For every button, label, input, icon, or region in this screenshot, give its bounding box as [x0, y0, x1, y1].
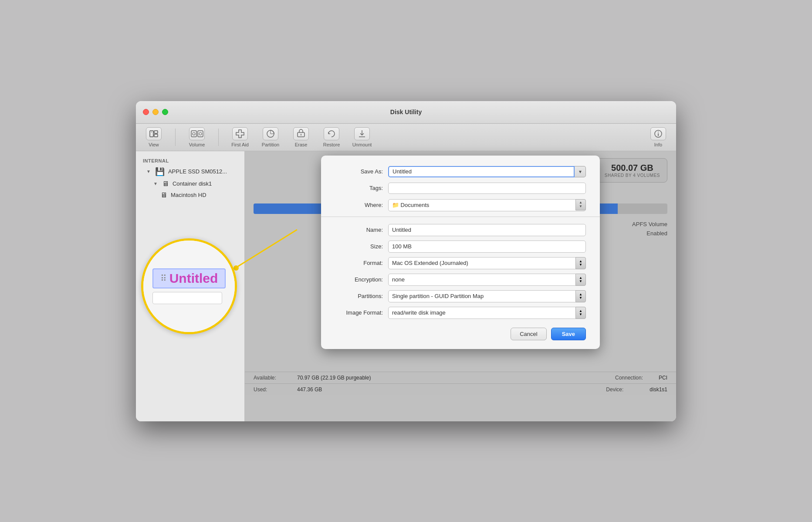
encryption-label: Encryption: — [335, 276, 383, 283]
svg-rect-5 — [198, 131, 203, 137]
main-window: Disk Utility View — [136, 101, 676, 421]
restore-button[interactable]: Restore — [321, 127, 342, 147]
hd-icon: 🖥 — [160, 191, 167, 199]
view-icon — [146, 127, 162, 140]
sidebar-item-macintosh-hd[interactable]: 🖥 Macintosh HD — [136, 190, 244, 201]
image-format-select-wrap: read/write disk image read-only disk ima… — [388, 307, 586, 319]
volume-label: Volume — [189, 142, 205, 147]
sidebar-item-container[interactable]: ▼ 🖥 Container disk1 — [136, 178, 244, 190]
name-row: Name: — [335, 224, 586, 236]
size-label: Size: — [335, 243, 383, 250]
svg-rect-1 — [154, 131, 158, 133]
container-icon: 🖥 — [162, 180, 169, 188]
name-input[interactable] — [388, 224, 586, 236]
traffic-lights — [143, 109, 168, 115]
partition-button[interactable]: Partition — [260, 127, 281, 147]
save-as-label: Save As: — [335, 168, 383, 175]
hd-label: Macintosh HD — [171, 192, 206, 198]
partitions-select[interactable]: Single partition - GUID Partition Map Si… — [388, 290, 586, 302]
tags-input[interactable] — [388, 183, 586, 194]
save-button[interactable]: Save — [551, 328, 586, 340]
where-select[interactable]: 📁 Documents Desktop Downloads — [388, 199, 586, 211]
info-label: Info — [654, 142, 662, 147]
size-row: Size: — [335, 241, 586, 253]
svg-point-4 — [193, 132, 195, 135]
encryption-select[interactable]: none 128-bit AES 256-bit AES — [388, 274, 586, 286]
format-label: Format: — [335, 260, 383, 266]
format-select-wrap: Mac OS Extended (Journaled) Mac OS Exten… — [388, 257, 586, 269]
annotation-container: ⠿ Untitled — [141, 238, 237, 334]
maximize-button[interactable] — [162, 109, 168, 115]
minimize-button[interactable] — [152, 109, 159, 115]
partition-icon — [263, 127, 278, 140]
save-dialog: Save As: ▾ Tags: Where: — [321, 156, 600, 349]
dialog-separator — [321, 217, 600, 217]
first-aid-label: First Aid — [231, 142, 249, 147]
svg-point-6 — [199, 132, 202, 135]
info-icon — [650, 127, 666, 140]
annotation-text: Untitled — [169, 271, 218, 286]
toolbar-separator-2 — [218, 129, 219, 146]
titlebar: Disk Utility — [136, 101, 676, 124]
main-content: Internal ▼ 💾 APPLE SSD SM0512... ▼ 🖥 Con… — [136, 151, 676, 421]
unmount-label: Unmount — [352, 142, 372, 147]
restore-label: Restore — [323, 142, 340, 147]
toolbar-separator-1 — [175, 129, 176, 146]
format-select[interactable]: Mac OS Extended (Journaled) Mac OS Exten… — [388, 257, 586, 269]
image-format-select[interactable]: read/write disk image read-only disk ima… — [388, 307, 586, 319]
image-format-row: Image Format: read/write disk image read… — [335, 307, 586, 319]
view-label: View — [149, 142, 159, 147]
dialog-buttons: Cancel Save — [335, 328, 586, 340]
unmount-icon — [354, 127, 370, 140]
name-label: Name: — [335, 227, 383, 233]
save-as-input-group: ▾ — [388, 166, 586, 177]
encryption-select-wrap: none 128-bit AES 256-bit AES ▲ ▼ — [388, 274, 586, 286]
save-as-input[interactable] — [388, 166, 575, 177]
info-button[interactable]: Info — [647, 127, 669, 147]
restore-icon — [324, 127, 339, 140]
where-label: Where: — [335, 202, 383, 208]
save-as-row: Save As: ▾ — [335, 166, 586, 177]
partition-label: Partition — [262, 142, 279, 147]
partitions-label: Partitions: — [335, 293, 383, 299]
sidebar-section-internal: Internal — [136, 156, 244, 165]
expand-triangle-container: ▼ — [153, 181, 158, 186]
svg-rect-3 — [191, 131, 196, 137]
partitions-select-wrap: Single partition - GUID Partition Map Si… — [388, 290, 586, 302]
format-row: Format: Mac OS Extended (Journaled) Mac … — [335, 257, 586, 269]
unmount-button[interactable]: Unmount — [351, 127, 373, 147]
first-aid-icon — [232, 127, 248, 140]
partitions-row: Partitions: Single partition - GUID Part… — [335, 290, 586, 302]
erase-button[interactable]: Erase — [290, 127, 312, 147]
toolbar: View Volume First Aid — [136, 124, 676, 151]
cancel-button[interactable]: Cancel — [511, 328, 546, 340]
svg-point-15 — [658, 132, 659, 132]
volume-button[interactable]: Volume — [186, 127, 208, 147]
tags-label: Tags: — [335, 185, 383, 191]
erase-label: Erase — [295, 142, 308, 147]
ssd-icon: 💾 — [155, 167, 165, 176]
save-as-dropdown-btn[interactable]: ▾ — [575, 166, 586, 177]
right-panel: 500.07 GB SHARED BY 4 VOLUMES APFS Volum… — [245, 151, 676, 421]
encryption-row: Encryption: none 128-bit AES 256-bit AES… — [335, 274, 586, 286]
ssd-label: APPLE SSD SM0512... — [168, 168, 227, 175]
dialog-overlay: Save As: ▾ Tags: Where: — [245, 151, 676, 421]
where-row: Where: 📁 Documents Desktop Downloads ▲ ▼ — [335, 199, 586, 211]
erase-icon — [293, 127, 309, 140]
expand-triangle-ssd: ▼ — [146, 169, 151, 174]
volume-icon — [189, 127, 205, 140]
sidebar: Internal ▼ 💾 APPLE SSD SM0512... ▼ 🖥 Con… — [136, 151, 245, 421]
image-format-label: Image Format: — [335, 309, 383, 316]
first-aid-button[interactable]: First Aid — [229, 127, 251, 147]
container-label: Container disk1 — [173, 180, 212, 187]
tags-row: Tags: — [335, 183, 586, 194]
window-title: Disk Utility — [390, 108, 422, 115]
where-select-wrap: 📁 Documents Desktop Downloads ▲ ▼ — [388, 199, 586, 211]
sidebar-item-ssd[interactable]: ▼ 💾 APPLE SSD SM0512... — [136, 165, 244, 178]
view-button[interactable]: View — [143, 127, 165, 147]
svg-rect-0 — [150, 131, 153, 137]
size-input[interactable] — [388, 241, 586, 253]
svg-rect-2 — [154, 134, 158, 137]
close-button[interactable] — [143, 109, 149, 115]
